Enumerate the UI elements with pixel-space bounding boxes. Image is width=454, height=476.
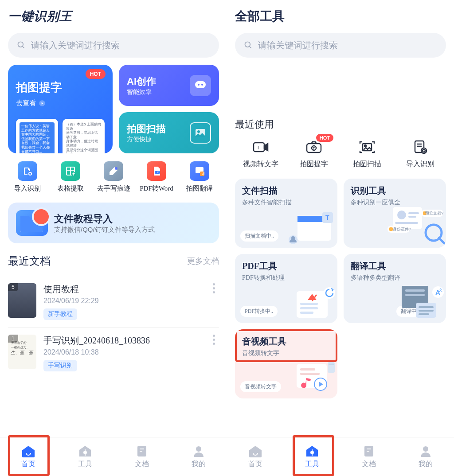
cat-audio-video-tools[interactable]: 音视频工具 音视频转文字 音视频转文字	[235, 329, 337, 398]
svg-point-25	[245, 42, 250, 47]
cat-translate-tools[interactable]: 翻译工具 多语种多类型翻译 翻译中.. A文	[344, 254, 446, 323]
audio-deco	[284, 359, 337, 398]
profile-icon	[418, 445, 433, 458]
doc-item[interactable]: 5 使用教程 2024/06/19 22:29 新手教程	[8, 276, 219, 328]
svg-point-7	[197, 130, 200, 133]
deco-label: 身份证件?	[393, 226, 411, 232]
recent-video-to-text[interactable]: T 视频转文字	[239, 139, 283, 169]
cat-pill: 音视频转文字	[240, 381, 281, 392]
svg-rect-58	[300, 307, 318, 309]
svg-rect-15	[155, 171, 160, 174]
recent-import-ocr[interactable]: 导入识别	[398, 139, 442, 169]
doc-tag: 手写识别	[43, 360, 77, 371]
tool-import-ocr[interactable]: 导入识别	[10, 161, 45, 193]
search-placeholder: 请输关键词进行搜索	[258, 39, 338, 51]
tool-remove-handwriting[interactable]: 去手写痕迹	[96, 161, 131, 193]
scan-frame-icon	[190, 122, 211, 144]
search-icon	[17, 41, 26, 50]
search-bar[interactable]: 请输关键词进行搜索	[235, 33, 446, 58]
cat-subtitle: 多种文件智能扫描	[242, 199, 330, 207]
more-docs-link[interactable]: 更多文档	[187, 256, 219, 266]
nav-profile[interactable]: 我的	[181, 445, 216, 469]
cat-title: 识别工具	[351, 185, 439, 197]
doc-more-button[interactable]	[208, 335, 219, 345]
pdf-icon	[147, 161, 166, 181]
recent-use-title: 最近使用	[235, 118, 446, 131]
nav-label: 首页	[248, 460, 262, 469]
doc-thumbnail: 1 手写别子的一般而这为...生、画、画	[8, 335, 36, 369]
recent-label: 拍图提字	[300, 160, 328, 169]
tools-icon	[78, 445, 93, 458]
nav-docs[interactable]: 文档	[351, 445, 387, 469]
tool-label: 拍图翻译	[186, 184, 213, 193]
nav-tools[interactable]: 工具	[67, 445, 103, 469]
quick-tools-strip: 导入识别 表格提取 去手写痕迹 PDF转Word	[8, 161, 219, 193]
hot-badge: HOT	[86, 69, 106, 79]
svg-rect-57	[300, 303, 318, 305]
thumb-count: 5	[8, 283, 18, 291]
svg-rect-67	[419, 313, 429, 315]
recent-docs-header: 最近文档 更多文档	[8, 254, 219, 268]
hero-ai-card[interactable]: AI创作 智能效率	[119, 65, 219, 106]
table-icon	[61, 161, 80, 181]
nav-docs[interactable]: 文档	[124, 445, 160, 469]
nav-label: 我的	[419, 460, 433, 469]
profile-icon	[191, 445, 206, 458]
nav-label: 工具	[78, 460, 92, 469]
recent-label: 导入识别	[406, 160, 434, 169]
nav-profile[interactable]: 我的	[408, 445, 443, 469]
search-icon	[244, 41, 253, 50]
svg-rect-47	[408, 212, 419, 214]
search-bar[interactable]: 请输入关键词进行搜索	[8, 33, 219, 58]
svg-rect-66	[419, 310, 434, 312]
hero-doc-preview: 一位伟人说：英语工作的方式就是人在中国大的国际，但是我们的第一下自己，我会，我会…	[16, 119, 105, 153]
tool-pdf-to-word[interactable]: PDF转Word	[139, 161, 174, 193]
tool-categories: 文件扫描 多种文件智能扫描 扫描文档中.. T 识别工具 多种识别一应俱全 预览…	[235, 179, 446, 398]
doc-thumbnail: 5	[8, 283, 36, 318]
cat-pdf-tools[interactable]: PDF工具 PDF转换和处理 PDF转换中..	[235, 254, 337, 323]
screen-title: 全部工具	[235, 8, 446, 25]
deco-label: 预览文档?	[425, 211, 443, 216]
hero-main-title: 拍图提字	[16, 80, 105, 95]
hero-ai-subtitle: 智能效率	[127, 88, 156, 96]
banner-subtitle: 支持微信/QQ/钉钉文件等导入方式	[54, 226, 155, 234]
tool-table-extract[interactable]: 表格提取	[53, 161, 88, 193]
cat-file-scan[interactable]: 文件扫描 多种文件智能扫描 扫描文档中.. T	[235, 179, 337, 248]
import-doc-icon	[411, 139, 429, 155]
scan-image-icon	[358, 139, 376, 155]
svg-text:T: T	[325, 214, 329, 221]
svg-text:文: 文	[439, 288, 442, 292]
nav-home[interactable]: 首页	[238, 445, 273, 469]
hero-ocr-card[interactable]: HOT 拍图提字 去查看 一位伟人说：英语工作的方式就是人在中国大的国际，但是我…	[8, 65, 113, 153]
recent-label: 视频转文字	[243, 160, 278, 169]
screen-home: 一键识别王 请输入关键词进行搜索 HOT 拍图提字 去查看 一位伟人说：英语工作…	[0, 0, 227, 476]
app-title: 一键识别王	[8, 8, 219, 25]
hero-ai-title: AI创作	[127, 75, 156, 88]
recent-photo-ocr[interactable]: HOT T 拍图提字	[292, 139, 336, 169]
svg-rect-72	[300, 368, 315, 371]
highlight-box-home	[8, 435, 50, 476]
hero-main-cta: 去查看	[16, 99, 105, 107]
hero-scan-card[interactable]: 拍图扫描 方便快捷	[119, 112, 219, 153]
doc-date: 2024/06/19 22:29	[43, 297, 201, 305]
import-tutorial-banner[interactable]: 文 文件教程导入 支持微信/QQ/钉钉文件等导入方式	[8, 203, 219, 243]
doc-more-button[interactable]	[208, 283, 219, 293]
thumb-count: 1	[8, 335, 18, 343]
svg-rect-63	[405, 294, 425, 296]
search-placeholder: 请输入关键词进行搜索	[31, 39, 120, 51]
tool-photo-translate[interactable]: 译 拍图翻译	[182, 161, 217, 193]
cat-ocr-tools[interactable]: 识别工具 多种识别一应俱全 预览文档? 身份证件?	[344, 179, 446, 248]
recent-photo-scan[interactable]: 拍图扫描	[345, 139, 389, 169]
doc-item[interactable]: 1 手写别子的一般而这为...生、画、画 手写识别_20240618_10383…	[8, 328, 219, 378]
recent-use-strip: T 视频转文字 HOT T 拍图提字 拍图扫描 导入识别	[235, 139, 446, 169]
tool-label: PDF转Word	[140, 184, 173, 193]
recent-docs-list: 5 使用教程 2024/06/19 22:29 新手教程 1 手写别子的一般而这…	[8, 276, 219, 378]
hero-row: HOT 拍图提字 去查看 一位伟人说：英语工作的方式就是人在中国大的国际，但是我…	[8, 65, 219, 153]
svg-rect-48	[408, 216, 416, 218]
translate-deco: A文	[384, 283, 446, 323]
chat-bubble-icon	[190, 75, 211, 96]
translate-icon: 译	[190, 161, 209, 181]
svg-point-9	[29, 173, 31, 175]
svg-point-4	[198, 84, 200, 86]
svg-point-81	[423, 446, 428, 452]
